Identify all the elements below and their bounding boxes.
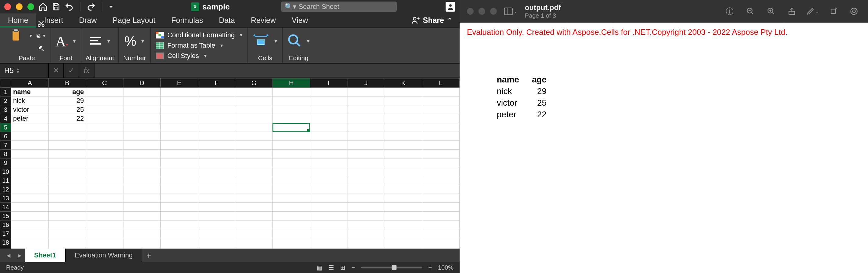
column-header[interactable]: G	[235, 79, 273, 88]
spreadsheet-grid[interactable]: ABCDEFGHIJKL1nameage2nick293victor254pet…	[0, 78, 460, 249]
row-header[interactable]: 1	[0, 88, 11, 97]
grid-cell[interactable]	[11, 247, 49, 249]
grid-cell[interactable]	[422, 114, 460, 123]
grid-cell[interactable]	[347, 105, 385, 114]
grid-cell[interactable]	[273, 247, 310, 249]
grid-cell[interactable]	[161, 167, 198, 176]
grid-cell[interactable]	[384, 220, 422, 229]
grid-cell[interactable]	[384, 247, 422, 249]
grid-cell[interactable]	[273, 176, 310, 185]
grid-cell[interactable]	[347, 141, 385, 149]
grid-cell[interactable]	[11, 212, 49, 220]
grid-cell[interactable]	[123, 132, 161, 141]
grid-cell[interactable]	[123, 105, 161, 114]
grid-cell[interactable]	[235, 194, 273, 203]
grid-cell[interactable]	[422, 149, 460, 159]
grid-cell[interactable]	[198, 203, 235, 212]
grid-cell[interactable]	[198, 132, 235, 141]
grid-cell[interactable]	[384, 105, 422, 114]
grid-cell[interactable]	[273, 212, 310, 220]
row-header[interactable]: 3	[0, 105, 11, 114]
grid-cell[interactable]	[161, 247, 198, 249]
grid-cell[interactable]	[49, 176, 86, 185]
grid-cell[interactable]	[273, 149, 310, 159]
close-window[interactable]	[4, 3, 11, 10]
grid-cell[interactable]	[198, 123, 235, 132]
grid-cell[interactable]	[123, 88, 161, 97]
grid-cell[interactable]	[86, 247, 123, 249]
grid-cell[interactable]	[123, 97, 161, 105]
grid-cell[interactable]	[86, 105, 123, 114]
cut-button[interactable]	[36, 18, 46, 29]
minimize-window[interactable]	[16, 3, 23, 10]
grid-cell[interactable]	[11, 141, 49, 149]
grid-cell[interactable]	[86, 220, 123, 229]
grid-cell[interactable]	[273, 123, 310, 132]
row-header[interactable]: 19	[0, 247, 11, 249]
grid-cell[interactable]	[123, 159, 161, 167]
grid-cell[interactable]	[310, 229, 347, 238]
grid-cell[interactable]	[384, 176, 422, 185]
grid-cell[interactable]	[235, 149, 273, 159]
grid-cell[interactable]	[422, 123, 460, 132]
grid-cell[interactable]	[49, 194, 86, 203]
grid-cell[interactable]	[273, 203, 310, 212]
grid-cell[interactable]	[198, 167, 235, 176]
grid-cell[interactable]: name	[11, 88, 49, 97]
grid-cell[interactable]	[384, 194, 422, 203]
sheet-nav-next[interactable]: ▶	[14, 250, 25, 261]
grid-cell[interactable]	[235, 88, 273, 97]
grid-cell[interactable]	[198, 88, 235, 97]
view-page-layout-icon[interactable]: ☰	[329, 264, 334, 271]
paste-button[interactable]	[7, 27, 24, 44]
grid-cell[interactable]	[11, 123, 49, 132]
grid-cell[interactable]: 29	[49, 97, 86, 105]
grid-cell[interactable]	[86, 97, 123, 105]
grid-cell[interactable]	[273, 141, 310, 149]
grid-cell[interactable]	[86, 167, 123, 176]
grid-cell[interactable]	[49, 141, 86, 149]
grid-cell[interactable]	[347, 159, 385, 167]
grid-cell[interactable]	[347, 167, 385, 176]
grid-cell[interactable]	[11, 238, 49, 247]
grid-cell[interactable]	[123, 238, 161, 247]
grid-cell[interactable]	[310, 114, 347, 123]
grid-cell[interactable]	[347, 220, 385, 229]
grid-cell[interactable]	[310, 247, 347, 249]
grid-cell[interactable]	[198, 212, 235, 220]
grid-cell[interactable]	[347, 132, 385, 141]
row-header[interactable]: 2	[0, 97, 11, 105]
maximize-window[interactable]	[27, 3, 34, 10]
grid-cell[interactable]	[86, 132, 123, 141]
grid-cell[interactable]	[235, 141, 273, 149]
grid-cell[interactable]	[273, 185, 310, 194]
tab-draw[interactable]: Draw	[71, 13, 104, 27]
grid-cell[interactable]	[422, 132, 460, 141]
grid-cell[interactable]: victor	[11, 105, 49, 114]
grid-cell[interactable]	[273, 167, 310, 176]
column-header[interactable]: H	[273, 79, 310, 88]
close-window[interactable]	[467, 8, 474, 15]
format-painter-button[interactable]	[36, 43, 46, 53]
grid-cell[interactable]	[235, 176, 273, 185]
qat-customize-icon[interactable]: ⏷	[108, 4, 114, 10]
grid-cell[interactable]	[422, 194, 460, 203]
row-header[interactable]: 10	[0, 167, 11, 176]
column-header[interactable]: E	[161, 79, 198, 88]
grid-cell[interactable]	[49, 229, 86, 238]
grid-cell[interactable]	[86, 203, 123, 212]
alignment-dropdown[interactable]: ▼	[107, 39, 111, 44]
grid-cell[interactable]	[347, 203, 385, 212]
grid-cell[interactable]: 25	[49, 105, 86, 114]
grid-cell[interactable]: 22	[49, 114, 86, 123]
grid-cell[interactable]	[422, 229, 460, 238]
grid-cell[interactable]	[123, 176, 161, 185]
grid-cell[interactable]	[310, 167, 347, 176]
row-header[interactable]: 8	[0, 149, 11, 159]
grid-cell[interactable]	[384, 212, 422, 220]
search-icon[interactable]	[847, 5, 861, 18]
grid-cell[interactable]	[384, 132, 422, 141]
grid-cell[interactable]	[86, 194, 123, 203]
grid-cell[interactable]	[123, 114, 161, 123]
row-header[interactable]: 7	[0, 141, 11, 149]
